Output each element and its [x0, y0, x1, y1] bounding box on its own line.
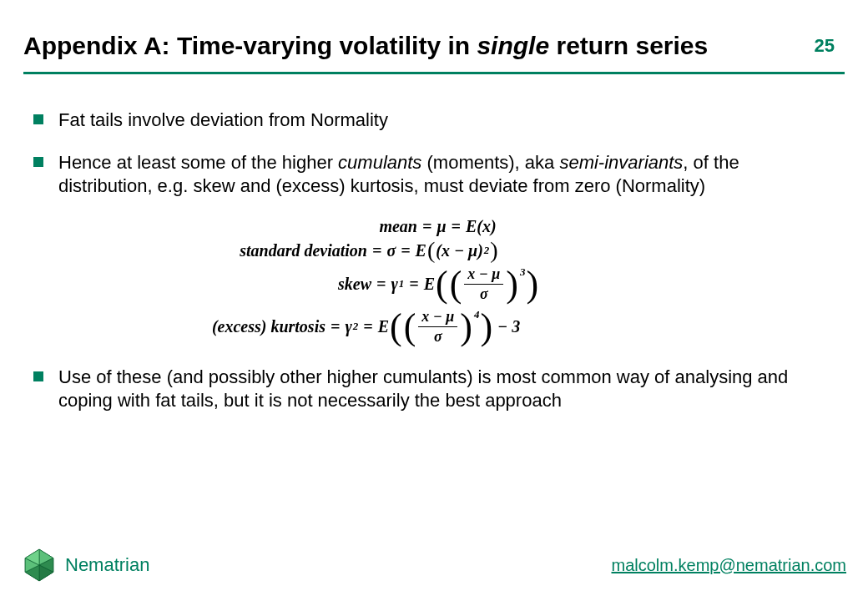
slide-title: Appendix A: Time-varying volatility in s… — [23, 32, 708, 59]
formula-expr: μ = E(x) — [437, 217, 496, 236]
close-paren: ) — [489, 241, 498, 260]
bullet-item: Fat tails involve deviation from Normali… — [33, 109, 835, 133]
equals-sign: = — [404, 275, 423, 294]
equals-sign: = — [371, 275, 391, 294]
formula-mean: mean = μ = E(x) — [192, 217, 693, 236]
symbol-mu: μ — [446, 308, 454, 325]
open-paren: ( — [426, 241, 436, 260]
bullet-icon — [33, 114, 43, 124]
bullet-icon — [33, 371, 43, 381]
slide-header: Appendix A: Time-varying volatility in s… — [23, 32, 845, 60]
minus-sign: − — [454, 241, 464, 260]
title-italic: single — [477, 32, 549, 59]
title-suffix: return series — [549, 32, 708, 59]
symbol-E: E — [378, 317, 389, 336]
formula-expr: σ = E((x − μ)2) — [386, 241, 498, 260]
symbol-x: x — [467, 265, 475, 282]
equals-sign: = — [326, 317, 345, 336]
formula-expr: γ2 = E ( ( x − μ σ ) 4 ) − 3 — [345, 308, 520, 346]
formula-skew: skew = γ1 = E ( ( x − μ σ ) 3 ) — [192, 265, 693, 303]
numerator: x − μ — [418, 308, 457, 327]
slide-body: Fat tails involve deviation from Normali… — [33, 109, 835, 432]
formula-label: standard deviation — [192, 241, 367, 260]
formula-label: (excess) kurtosis — [192, 317, 326, 336]
minus-sign: − — [479, 265, 488, 282]
equals-sign: = — [358, 317, 377, 336]
text-italic: semi-invariants — [559, 152, 683, 173]
formula-expr: γ1 = E ( ( x − μ σ ) 3 ) — [391, 265, 539, 303]
contact-email-link[interactable]: malcolm.kemp@nematrian.com — [612, 556, 847, 575]
close-paren: ) — [479, 312, 493, 341]
denominator: σ — [431, 327, 446, 346]
open-paren: ( — [449, 270, 463, 299]
equals-sign: = — [417, 217, 437, 236]
close-paren: ) — [491, 217, 497, 236]
slide: Appendix A: Time-varying volatility in s… — [0, 0, 868, 601]
symbol-mu: μ — [492, 265, 500, 282]
brand-name: Nematrian — [65, 554, 149, 576]
title-prefix: Appendix A: Time-varying volatility in — [23, 32, 477, 59]
formula-label: skew — [192, 275, 371, 294]
symbol-x: x — [421, 308, 429, 325]
symbol-E: E — [416, 241, 426, 260]
fraction: x − μ σ — [418, 308, 457, 346]
symbol-gamma: γ — [345, 317, 351, 336]
open-paren: ( — [477, 217, 482, 236]
formula-kurtosis: (excess) kurtosis = γ2 = E ( ( x − μ σ )… — [192, 308, 693, 346]
symbol-mu: μ — [437, 217, 446, 236]
bullet-text: Use of these (and possibly other higher … — [58, 366, 835, 413]
close-paren: ) — [459, 312, 473, 341]
formula-std: standard deviation = σ = E((x − μ)2) — [192, 241, 693, 260]
symbol-x: x — [482, 217, 491, 236]
footer-left: Nematrian — [22, 548, 149, 583]
page-number: 25 — [815, 35, 835, 57]
close-paren: ) — [525, 270, 539, 299]
bullet-item: Use of these (and possibly other higher … — [33, 366, 835, 413]
open-paren: ( — [403, 312, 417, 341]
logo-icon — [22, 548, 57, 583]
minus-sign: − — [433, 308, 442, 325]
symbol-sigma: σ — [386, 241, 396, 260]
fraction: x − μ σ — [464, 265, 503, 303]
title-underline — [23, 72, 845, 74]
bullet-text: Hence at least some of the higher cumula… — [58, 151, 835, 199]
superscript-3: 3 — [520, 265, 526, 279]
bullet-icon — [33, 157, 43, 167]
bullet-item: Hence at least some of the higher cumula… — [33, 151, 835, 199]
text-fragment: (moments), aka — [421, 152, 559, 173]
open-paren: ( — [435, 270, 449, 299]
formula-label: mean — [192, 217, 417, 236]
symbol-mu: μ — [468, 241, 477, 260]
minus-three: − 3 — [497, 317, 520, 336]
open-paren: ( — [389, 312, 403, 341]
bullet-text: Fat tails involve deviation from Normali… — [58, 109, 835, 133]
denominator: σ — [477, 285, 492, 303]
slide-footer: Nematrian malcolm.kemp@nematrian.com — [22, 548, 846, 583]
equals-sign: = — [367, 241, 386, 260]
close-paren: ) — [477, 241, 483, 260]
symbol-E: E — [424, 275, 435, 294]
formula-block: mean = μ = E(x) standard deviation = σ =… — [192, 217, 693, 346]
equals-sign: = — [447, 217, 466, 236]
close-paren: ) — [505, 270, 519, 299]
equals-sign: = — [396, 241, 415, 260]
text-italic: cumulants — [338, 152, 421, 173]
open-paren: ( — [436, 241, 442, 260]
symbol-x: x — [442, 241, 450, 260]
numerator: x − μ — [464, 265, 503, 285]
symbol-gamma: γ — [391, 275, 397, 294]
symbol-E: E — [466, 217, 477, 236]
superscript-4: 4 — [474, 308, 480, 321]
text-fragment: Hence at least some of the higher — [58, 152, 338, 173]
